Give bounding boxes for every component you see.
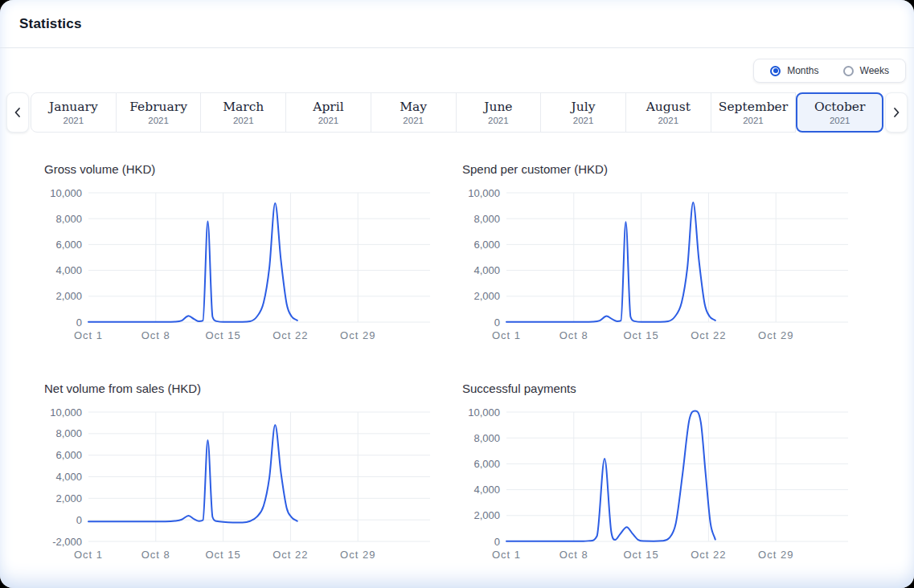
radio-selected-icon[interactable]: [770, 66, 781, 76]
tab-august-2021[interactable]: August 2021: [626, 92, 711, 133]
svg-text:Oct 15: Oct 15: [623, 549, 658, 561]
svg-text:8,000: 8,000: [473, 432, 500, 444]
chevron-left-icon: [11, 106, 24, 119]
svg-text:10,000: 10,000: [468, 187, 500, 199]
tab-year-label: 2021: [64, 115, 84, 126]
svg-text:Oct 29: Oct 29: [758, 329, 793, 341]
weeks-radio-label: Weeks: [860, 65, 889, 76]
tab-april-2021[interactable]: April 2021: [286, 92, 371, 133]
svg-text:Oct 1: Oct 1: [74, 329, 103, 341]
tab-month-label: May: [400, 100, 427, 115]
tab-year-label: 2021: [658, 115, 678, 126]
svg-text:Oct 22: Oct 22: [273, 549, 308, 561]
svg-text:Oct 15: Oct 15: [205, 549, 240, 561]
gross-volume-line-chart: 02,0004,0006,0008,00010,000Oct 1Oct 8Oct…: [44, 185, 432, 345]
period-toggle: Months Weeks: [753, 59, 906, 83]
svg-text:Oct 29: Oct 29: [340, 549, 375, 561]
tab-january-2021[interactable]: January 2021: [31, 92, 117, 133]
svg-text:Oct 15: Oct 15: [205, 329, 240, 341]
successful-payments-line-chart: 02,0004,0006,0008,00010,000Oct 1Oct 8Oct…: [462, 404, 850, 565]
charts-grid: Gross volume (HKD) 02,0004,0006,0008,000…: [0, 133, 914, 565]
svg-text:6,000: 6,000: [55, 449, 82, 461]
toolbar: Months Weeks: [0, 48, 914, 83]
chevron-right-icon: [890, 106, 903, 119]
tab-year-label: 2021: [830, 115, 850, 126]
tab-year-label: 2021: [743, 115, 764, 126]
tab-year-label: 2021: [148, 115, 169, 126]
months-radio-option[interactable]: Months: [770, 65, 818, 76]
svg-text:4,000: 4,000: [55, 264, 82, 276]
svg-text:4,000: 4,000: [473, 264, 500, 276]
spend-per-customer-line-chart: 02,0004,0006,0008,00010,000Oct 1Oct 8Oct…: [462, 185, 850, 345]
next-month-button[interactable]: [885, 92, 908, 133]
svg-text:-2,000: -2,000: [52, 536, 82, 548]
svg-text:Oct 22: Oct 22: [273, 329, 308, 341]
month-navigator: January 2021 February 2021 March 2021 Ap…: [6, 92, 908, 133]
radio-unselected-icon[interactable]: [843, 66, 854, 76]
tab-march-2021[interactable]: March 2021: [201, 92, 286, 133]
tab-month-label: April: [313, 100, 343, 115]
tab-year-label: 2021: [573, 115, 594, 126]
svg-text:0: 0: [76, 514, 82, 526]
svg-text:4,000: 4,000: [55, 471, 82, 483]
weeks-radio-option[interactable]: Weeks: [843, 65, 889, 76]
svg-text:Oct 8: Oct 8: [141, 549, 170, 561]
panel-header: Statistics: [0, 0, 914, 48]
tab-month-label: September: [719, 100, 788, 115]
chart-gross-volume: Gross volume (HKD) 02,0004,0006,0008,000…: [44, 161, 432, 345]
tab-october-2021[interactable]: October 2021: [796, 92, 883, 133]
tab-month-label: March: [223, 100, 264, 115]
tab-february-2021[interactable]: February 2021: [117, 92, 202, 133]
svg-text:2,000: 2,000: [55, 290, 82, 302]
svg-text:10,000: 10,000: [50, 187, 82, 199]
svg-text:Oct 22: Oct 22: [691, 549, 726, 561]
chart-title: Net volume from sales (HKD): [44, 381, 432, 396]
svg-text:0: 0: [76, 316, 82, 329]
chart-net-volume: Net volume from sales (HKD) -2,00002,000…: [44, 381, 432, 565]
chart-title: Gross volume (HKD): [44, 161, 432, 177]
svg-text:4,000: 4,000: [473, 484, 500, 496]
svg-text:6,000: 6,000: [473, 458, 500, 470]
svg-text:Oct 1: Oct 1: [492, 329, 521, 341]
chart-spend-per-customer: Spend per customer (HKD) 02,0004,0006,00…: [462, 161, 850, 345]
chart-title: Successful payments: [462, 381, 850, 396]
tab-july-2021[interactable]: July 2021: [541, 92, 626, 133]
svg-text:6,000: 6,000: [55, 239, 82, 251]
svg-text:Oct 22: Oct 22: [691, 329, 726, 341]
net-volume-line-chart: -2,00002,0004,0006,0008,00010,000Oct 1Oc…: [44, 404, 432, 565]
svg-text:Oct 1: Oct 1: [74, 549, 103, 561]
chart-title: Spend per customer (HKD): [462, 161, 850, 177]
tab-month-label: February: [129, 100, 187, 115]
svg-text:6,000: 6,000: [473, 239, 500, 251]
tab-month-label: August: [646, 100, 691, 115]
statistics-panel: Statistics Months Weeks January 2021: [0, 0, 914, 588]
prev-month-button[interactable]: [6, 92, 29, 133]
svg-text:Oct 15: Oct 15: [623, 329, 658, 341]
svg-text:8,000: 8,000: [55, 427, 82, 439]
svg-text:Oct 8: Oct 8: [559, 549, 588, 561]
month-tab-list: January 2021 February 2021 March 2021 Ap…: [31, 92, 883, 133]
svg-text:0: 0: [494, 536, 500, 548]
svg-text:2,000: 2,000: [55, 492, 82, 504]
tab-september-2021[interactable]: September 2021: [711, 92, 797, 133]
tab-month-label: October: [814, 100, 865, 115]
svg-text:8,000: 8,000: [473, 213, 500, 225]
svg-text:10,000: 10,000: [50, 406, 82, 419]
tab-month-label: July: [572, 100, 596, 115]
tab-year-label: 2021: [233, 115, 254, 126]
tab-june-2021[interactable]: June 2021: [457, 92, 542, 133]
svg-text:Oct 1: Oct 1: [492, 549, 521, 561]
svg-text:Oct 29: Oct 29: [758, 549, 793, 561]
months-radio-label: Months: [787, 65, 818, 76]
svg-text:8,000: 8,000: [55, 213, 82, 225]
chart-successful-payments: Successful payments 02,0004,0006,0008,00…: [462, 381, 850, 565]
tab-may-2021[interactable]: May 2021: [371, 92, 457, 133]
tab-year-label: 2021: [318, 115, 339, 126]
tab-month-label: June: [484, 100, 512, 115]
svg-text:2,000: 2,000: [473, 509, 500, 521]
svg-text:Oct 8: Oct 8: [559, 329, 588, 341]
svg-text:Oct 8: Oct 8: [141, 329, 170, 341]
svg-text:10,000: 10,000: [468, 406, 500, 419]
tab-year-label: 2021: [403, 115, 424, 126]
tab-year-label: 2021: [488, 115, 509, 126]
